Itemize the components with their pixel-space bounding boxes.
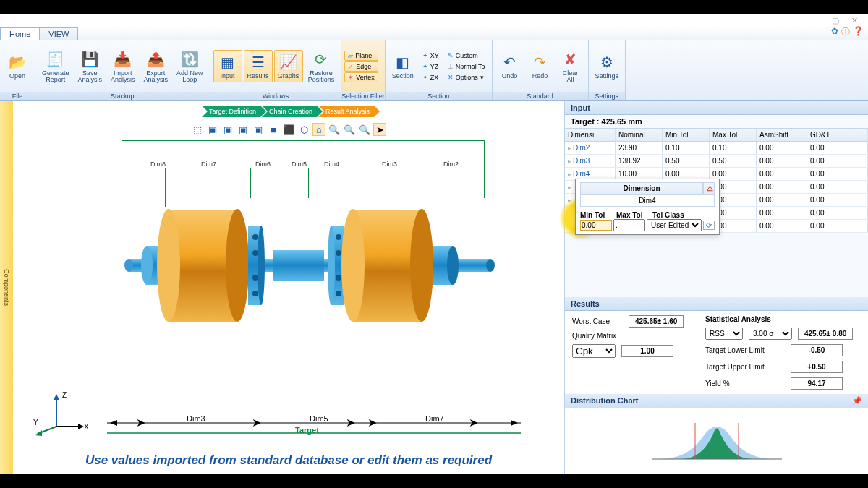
section-zx-button[interactable]: ✦ZX <box>419 72 443 82</box>
zoom-in-icon[interactable]: 🔍 <box>328 123 341 136</box>
refresh-icon: ⟳ <box>311 49 331 69</box>
grid-header: Dimensi Nominal Min Tol Max Tol AsmShift… <box>565 128 868 142</box>
group-file-label: File <box>0 92 35 100</box>
popup-refresh-icon[interactable]: ⟳ <box>703 221 715 230</box>
bottom-dim5: Dim5 <box>310 414 328 423</box>
save-analysis-button[interactable]: 💾Save Analysis <box>75 47 106 86</box>
report-icon: 🧾 <box>46 49 66 69</box>
open-button[interactable]: 📂 Open <box>3 50 32 82</box>
input-panel-header: Input <box>565 101 868 115</box>
view-solid-icon[interactable]: ⬛ <box>282 123 295 136</box>
view-toolbar: ⬚ ▣ ▣ ▣ ▣ ■ ⬛ ⬡ ⌂ 🔍 🔍 🔍 ➤ <box>13 121 564 137</box>
yield-value: 94.17 <box>791 377 843 390</box>
section-normal-button[interactable]: ⊥Normal To <box>444 61 489 72</box>
graphs-window-button[interactable]: 📈Graphs <box>274 50 303 82</box>
viewport[interactable]: Target Definition Chain Creation Result … <box>13 101 564 474</box>
section-xy-button[interactable]: ✦XY <box>419 51 443 61</box>
svg-point-19 <box>336 275 341 281</box>
target-dimension-bar: Dim3 Dim5 Dim7 Target ➤ ➤ ➤ ➤ ➤ <box>107 414 521 443</box>
pencil-icon: ✎ <box>448 52 454 59</box>
view-right-icon[interactable]: ▣ <box>252 123 265 136</box>
input-window-button[interactable]: ▦Input <box>213 50 242 82</box>
instruction-caption: Use values imported from standard databa… <box>13 453 564 468</box>
close-button[interactable]: ✕ <box>845 16 864 25</box>
stat-sigma-select[interactable]: 3.00 σ <box>749 328 792 340</box>
svg-point-6 <box>157 209 180 322</box>
maxtol-input[interactable] <box>613 219 645 231</box>
view-iso-icon[interactable]: ⬚ <box>191 123 204 136</box>
svg-marker-29 <box>511 420 518 426</box>
dim-label-4: Dim4 <box>324 160 339 168</box>
undo-icon: ↶ <box>500 52 520 72</box>
select-arrow-icon[interactable]: ➤ <box>373 123 386 136</box>
restore-positions-button[interactable]: ⟳Restore Positions <box>305 47 339 86</box>
popup-dim-header: Dimension <box>580 182 703 194</box>
tul-label: Target Upper Limit <box>705 363 785 371</box>
side-components-tab[interactable]: Components <box>0 101 13 474</box>
view-top-icon[interactable]: ■ <box>267 123 280 136</box>
app-window: — ▢ ✕ Home VIEW ✿ ⓘ ❓ 📂 Open File 🧾Gener… <box>0 14 868 474</box>
popup-mintol-label: Min Tol <box>580 211 615 219</box>
tab-view[interactable]: VIEW <box>39 27 78 40</box>
dimension-edit-popup[interactable]: Dimension⚠ Dim4 Min Tol Max Tol Tol Clas… <box>575 179 720 235</box>
chart-icon: 📈 <box>278 52 299 72</box>
zoom-out-icon[interactable]: 🔍 <box>343 123 356 136</box>
bc-target-definition[interactable]: Target Definition <box>202 106 266 117</box>
stat-method-select[interactable]: RSS <box>705 328 743 340</box>
settings-button[interactable]: ⚙Settings <box>592 50 623 82</box>
section-yz-button[interactable]: ✦YZ <box>419 61 443 72</box>
grid-row[interactable]: ▸Dim223.900.100.100.000.00 <box>565 142 868 155</box>
input-target-label: Target : 425.65 mm <box>565 115 868 128</box>
quality-type-select[interactable]: Cpk <box>572 344 616 358</box>
svg-point-2 <box>486 259 495 272</box>
grid-row[interactable]: ▸Dim3138.920.500.500.000.00 <box>565 155 868 168</box>
tab-home[interactable]: Home <box>0 27 40 40</box>
titlebar: — ▢ ✕ <box>0 14 868 27</box>
help-icon[interactable]: ❓ <box>853 26 864 38</box>
section-button[interactable]: ◧Section <box>388 50 417 82</box>
view-front-icon[interactable]: ▣ <box>206 123 219 136</box>
maximize-button[interactable]: ▢ <box>826 16 845 25</box>
dimension-grid: Dimensi Nominal Min Tol Max Tol AsmShift… <box>565 128 868 233</box>
pin-icon[interactable]: 📌 <box>852 396 862 406</box>
plugin-icon[interactable]: ✿ <box>831 26 838 38</box>
add-loop-button[interactable]: 🔃Add New Loop <box>173 47 207 86</box>
model-area[interactable]: Dim8 Dim7 Dim6 Dim5 Dim4 Dim3 Dim2 <box>13 137 564 474</box>
dim-label-3: Dim3 <box>382 160 397 168</box>
generate-report-button[interactable]: 🧾Generate Report <box>38 47 73 86</box>
bc-chain-creation[interactable]: Chain Creation <box>262 106 323 117</box>
minimize-button[interactable]: — <box>807 17 826 25</box>
filter-edge-button[interactable]: ✓Edge <box>344 61 378 72</box>
export-icon: 📤 <box>145 49 166 69</box>
vertex-icon: ✶ <box>348 74 354 81</box>
save-icon: 💾 <box>80 49 100 69</box>
export-analysis-button[interactable]: 📤Export Analysis <box>140 47 172 86</box>
tolclass-select[interactable]: User Edited <box>647 219 702 231</box>
section-icon: ◧ <box>393 52 413 72</box>
section-options-button[interactable]: ✕Options ▾ <box>444 72 489 82</box>
dist-chart-header: Distribution Chart📌 <box>565 394 868 408</box>
mintol-input[interactable] <box>580 220 612 231</box>
import-analysis-button[interactable]: 📥Import Analysis <box>107 47 139 86</box>
bc-result-analysis[interactable]: Result Analysis <box>318 106 380 117</box>
undo-button[interactable]: ↶Undo <box>495 50 524 82</box>
options-icon: ✕ <box>448 74 454 81</box>
filter-plane-button[interactable]: ▱Plane <box>344 51 378 61</box>
info-icon[interactable]: ⓘ <box>841 26 850 38</box>
ribbon: 📂 Open File 🧾Generate Report 💾Save Analy… <box>0 40 868 101</box>
grid-icon: ▦ <box>218 52 238 72</box>
clear-all-button[interactable]: ✘Clear All <box>556 47 585 86</box>
view-wire-icon[interactable]: ⬡ <box>297 123 310 136</box>
section-custom-button[interactable]: ✎Custom <box>444 51 489 61</box>
normal-icon: ⊥ <box>448 63 454 70</box>
view-left-icon[interactable]: ▣ <box>237 123 250 136</box>
worst-case-value: 425.65± 1.60 <box>629 315 684 328</box>
filter-vertex-button[interactable]: ✶Vertex <box>344 72 378 82</box>
view-fit-icon[interactable]: ⌂ <box>312 123 326 136</box>
dim-label-2: Dim2 <box>443 160 459 168</box>
redo-button[interactable]: ↷Redo <box>526 50 555 82</box>
results-window-button[interactable]: ☰Results <box>244 50 273 82</box>
view-back-icon[interactable]: ▣ <box>221 123 234 136</box>
zoom-area-icon[interactable]: 🔍 <box>358 123 371 136</box>
distribution-chart <box>565 408 868 474</box>
